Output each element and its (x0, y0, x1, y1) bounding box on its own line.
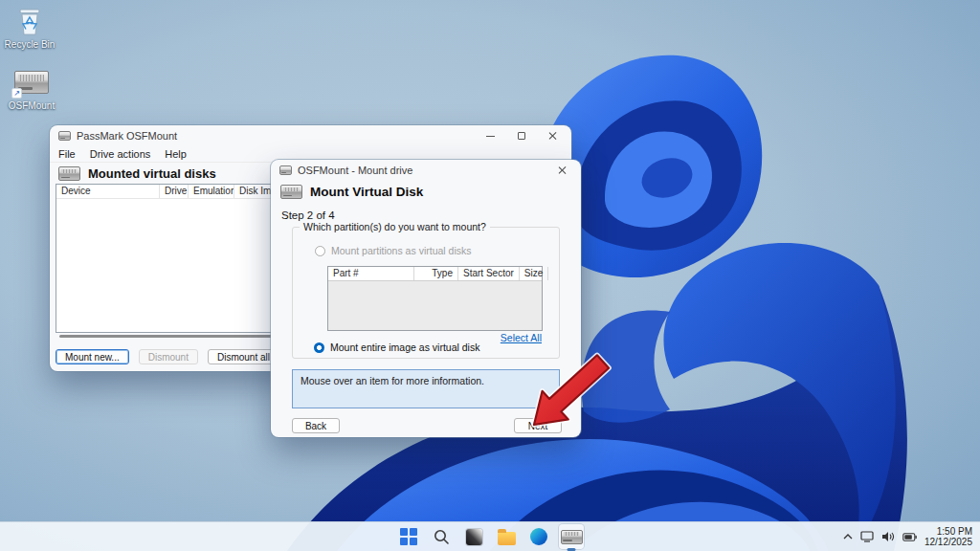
osfmount-drive-icon: ↗ (4, 66, 59, 99)
dialog-close-button[interactable] (557, 165, 568, 176)
dismount-button[interactable]: Dismount (139, 349, 198, 364)
dialog-title: OSFMount - Mount drive (298, 165, 412, 176)
desktop-icon-label: Recycle Bin (2, 39, 57, 50)
radio-mount-entire-image[interactable]: Mount entire image as virtual disk (314, 342, 479, 353)
edge-browser-button[interactable] (526, 524, 551, 549)
radio-icon (315, 246, 325, 256)
clock-date: 12/12/2025 (924, 537, 972, 548)
search-button[interactable] (429, 524, 454, 549)
desktop-icon-recycle-bin[interactable]: Recycle Bin (2, 5, 57, 50)
system-tray: 1:50 PM 12/12/2025 (843, 522, 972, 551)
desktop-icon-osfmount[interactable]: ↗ OSFMount (4, 66, 59, 111)
taskbar-dark-app-button[interactable] (461, 524, 486, 549)
shortcut-arrow-icon: ↗ (11, 88, 22, 99)
folder-icon (498, 532, 516, 545)
clock-time: 1:50 PM (924, 526, 972, 538)
partition-groupbox: Which partition(s) do you want to mount?… (292, 227, 560, 359)
speaker-icon (881, 531, 895, 542)
network-tray-button[interactable] (860, 531, 874, 542)
close-icon (548, 131, 558, 141)
edge-icon (530, 528, 547, 545)
radio-mount-partitions[interactable]: Mount partitions as virtual disks (315, 245, 471, 256)
osfmount-icon (561, 530, 583, 544)
dialog-titlebar: OSFMount - Mount drive (271, 160, 581, 181)
partition-table: Part # Type Start Sector Size (327, 266, 543, 331)
mount-drive-dialog: OSFMount - Mount drive Mount Virtual Dis… (271, 160, 581, 437)
dark-app-icon (466, 529, 482, 545)
partition-table-header: Part # Type Start Sector Size (328, 267, 542, 281)
file-explorer-button[interactable] (494, 524, 519, 549)
minimize-icon (486, 136, 495, 137)
column-emulation[interactable]: Emulation (189, 185, 234, 198)
chevron-up-icon (843, 534, 853, 540)
maximize-icon (518, 132, 525, 140)
groupbox-label: Which partition(s) do you want to mount? (300, 221, 490, 232)
close-button[interactable] (547, 130, 559, 142)
tray-overflow-chevron[interactable] (843, 534, 853, 540)
close-icon (558, 165, 568, 175)
dialog-heading: Mount Virtual Disk (271, 181, 581, 199)
app-icon (58, 131, 71, 141)
main-window-titlebar: PassMark OSFMount (50, 125, 571, 146)
taskbar: 1:50 PM 12/12/2025 (0, 521, 980, 551)
desktop: Recycle Bin ↗ OSFMount PassMark OSFMount… (0, 0, 980, 551)
dialog-heading-title: Mount Virtual Disk (310, 185, 423, 199)
disk-icon (280, 185, 302, 199)
column-type: Type (414, 267, 458, 280)
menu-help[interactable]: Help (165, 148, 187, 160)
battery-tray-button[interactable] (902, 533, 917, 541)
menu-drive-actions[interactable]: Drive actions (90, 148, 151, 160)
maximize-button[interactable] (516, 130, 527, 142)
windows-logo-icon (400, 528, 417, 545)
network-icon (860, 531, 874, 542)
minimize-button[interactable] (484, 130, 496, 142)
taskbar-clock[interactable]: 1:50 PM 12/12/2025 (924, 526, 972, 548)
column-part-number: Part # (328, 267, 414, 280)
search-icon (434, 529, 450, 545)
volume-tray-button[interactable] (881, 531, 895, 542)
column-drive[interactable]: Drive (160, 185, 189, 198)
column-start-sector: Start Sector (458, 267, 520, 280)
column-device[interactable]: Device (56, 185, 160, 198)
start-button[interactable] (396, 524, 421, 549)
step-indicator: Step 2 of 4 (281, 209, 335, 221)
desktop-icon-label: OSFMount (4, 100, 59, 111)
mount-new-button[interactable]: Mount new... (56, 349, 129, 364)
radio-label: Mount partitions as virtual disks (331, 245, 471, 256)
radio-label: Mount entire image as virtual disk (330, 342, 479, 353)
select-all-link[interactable]: Select All (501, 332, 542, 343)
taskbar-center-icons (396, 522, 584, 551)
menu-file[interactable]: File (58, 148, 76, 160)
window-title: PassMark OSFMount (77, 130, 177, 142)
radio-selected-icon (314, 342, 324, 353)
disk-icon (58, 166, 80, 181)
next-button[interactable]: Next (514, 418, 562, 433)
recycle-bin-icon (2, 5, 57, 37)
column-size: Size (520, 267, 548, 280)
dialog-app-icon (279, 165, 292, 175)
mounted-disks-title: Mounted virtual disks (88, 166, 216, 181)
info-message-box: Mouse over an item for more information. (292, 369, 560, 408)
back-button[interactable]: Back (292, 418, 340, 433)
osfmount-taskbar-button[interactable] (559, 524, 584, 549)
battery-icon (902, 533, 917, 541)
